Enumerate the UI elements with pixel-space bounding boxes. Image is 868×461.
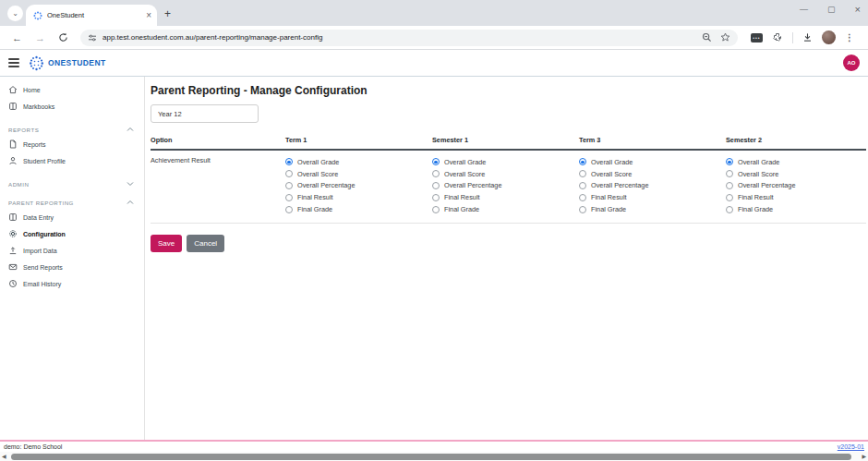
back-button[interactable]: ← xyxy=(12,32,22,43)
scroll-left-icon[interactable]: ◀ xyxy=(2,454,6,459)
sidebar-item-data-entry[interactable]: Data Entry xyxy=(0,209,144,225)
radio-option[interactable]: Overall Grade xyxy=(726,156,866,168)
sidebar: Home Markbooks REPORTS Reports Student P… xyxy=(0,77,145,440)
sidebar-item-student-profile[interactable]: Student Profile xyxy=(0,152,144,169)
horizontal-scrollbar[interactable]: ◀ ▶ xyxy=(0,452,868,461)
sidebar-section-admin[interactable]: ADMIN xyxy=(0,177,144,190)
radio-option-label: Final Grade xyxy=(444,205,479,213)
cancel-button[interactable]: Cancel xyxy=(187,235,224,252)
window-close-button[interactable]: × xyxy=(855,4,861,15)
reload-button[interactable] xyxy=(58,32,68,42)
radio-option[interactable]: Overall Percentage xyxy=(579,180,726,192)
user-avatar[interactable]: AO xyxy=(843,55,860,71)
save-button[interactable]: Save xyxy=(151,235,182,252)
sidebar-section-reports[interactable]: REPORTS xyxy=(0,123,144,136)
radio-unselected-icon[interactable] xyxy=(726,170,733,177)
gear-icon xyxy=(8,229,18,238)
book-icon xyxy=(8,212,18,222)
radio-unselected-icon[interactable] xyxy=(432,194,440,201)
radio-unselected-icon[interactable] xyxy=(432,182,440,189)
radio-selected-icon[interactable] xyxy=(726,158,733,165)
radio-option[interactable]: Final Grade xyxy=(726,203,866,215)
column-header: Semester 2 xyxy=(726,136,866,144)
radio-option[interactable]: Overall Score xyxy=(432,168,579,180)
menu-toggle-button[interactable] xyxy=(8,58,19,67)
zoom-icon[interactable] xyxy=(702,32,712,42)
sidebar-item-send-reports[interactable]: Send Reports xyxy=(0,259,144,275)
radio-unselected-icon[interactable] xyxy=(579,182,586,189)
browser-menu-icon[interactable]: ⋮ xyxy=(845,32,854,42)
radio-unselected-icon[interactable] xyxy=(579,194,586,201)
scrollbar-thumb[interactable] xyxy=(11,454,852,460)
radio-option[interactable]: Overall Score xyxy=(726,168,866,180)
radio-unselected-icon[interactable] xyxy=(726,206,733,213)
radio-option-label: Overall Percentage xyxy=(591,181,648,189)
radio-option-label: Final Result xyxy=(444,193,480,201)
radio-option[interactable]: Final Result xyxy=(726,191,866,203)
tab-close-icon[interactable]: × xyxy=(146,11,151,20)
sidebar-item-home[interactable]: Home xyxy=(0,81,144,98)
radio-option[interactable]: Final Grade xyxy=(432,203,579,215)
radio-unselected-icon[interactable] xyxy=(726,194,733,201)
radio-unselected-icon[interactable] xyxy=(726,182,733,189)
radio-selected-icon[interactable] xyxy=(285,158,293,165)
radio-option[interactable]: Final Result xyxy=(285,191,432,203)
radio-option[interactable]: Overall Percentage xyxy=(285,180,432,192)
window-minimize-button[interactable]: — xyxy=(800,5,808,14)
sidebar-item-email-history[interactable]: Email History xyxy=(0,275,144,292)
radio-option[interactable]: Overall Score xyxy=(285,168,432,180)
new-tab-button[interactable]: + xyxy=(164,7,171,20)
brand[interactable]: ONESTUDENT xyxy=(29,55,106,71)
window-maximize-button[interactable]: ▢ xyxy=(827,5,836,14)
radio-selected-icon[interactable] xyxy=(432,158,440,165)
radio-option[interactable]: Overall Grade xyxy=(432,156,579,168)
table-body-row: Achievement ResultOverall GradeOverall S… xyxy=(151,151,866,224)
pinned-extension-icon[interactable]: ••• xyxy=(751,33,763,42)
radio-option[interactable]: Overall Grade xyxy=(285,156,432,168)
radio-option[interactable]: Final Grade xyxy=(579,203,726,215)
radio-group: Overall GradeOverall ScoreOverall Percen… xyxy=(285,156,432,215)
downloads-icon[interactable] xyxy=(802,32,813,42)
tab-search-button[interactable]: ⌄ xyxy=(7,6,23,21)
radio-unselected-icon[interactable] xyxy=(579,206,586,213)
version-link[interactable]: v2025-01 xyxy=(838,443,864,450)
sidebar-section-parent-reporting[interactable]: PARENT REPORTING xyxy=(0,196,144,209)
address-bar[interactable]: app.test.onestudent.com.au/parent-report… xyxy=(80,30,738,46)
site-settings-icon[interactable] xyxy=(88,33,97,42)
radio-unselected-icon[interactable] xyxy=(285,170,293,177)
column-header: Semester 1 xyxy=(432,136,579,144)
toolbar-divider xyxy=(792,32,793,43)
forward-button[interactable]: → xyxy=(35,32,45,43)
app-header: ONESTUDENT AO xyxy=(0,50,868,77)
radio-option-label: Overall Percentage xyxy=(738,181,795,189)
extensions-puzzle-icon[interactable] xyxy=(772,32,783,43)
scroll-right-icon[interactable]: ▶ xyxy=(862,454,866,459)
radio-unselected-icon[interactable] xyxy=(285,206,293,213)
radio-option[interactable]: Overall Percentage xyxy=(432,180,579,192)
radio-unselected-icon[interactable] xyxy=(432,206,440,213)
radio-option-label: Overall Grade xyxy=(297,158,339,166)
radio-option[interactable]: Final Grade xyxy=(285,203,432,215)
radio-option[interactable]: Final Result xyxy=(579,191,726,203)
chevron-down-icon: ⌄ xyxy=(12,9,18,18)
scrollbar-track[interactable] xyxy=(9,454,860,460)
bookmark-star-icon[interactable] xyxy=(720,32,730,42)
radio-option[interactable]: Overall Grade xyxy=(579,156,726,168)
radio-unselected-icon[interactable] xyxy=(579,170,586,177)
radio-unselected-icon[interactable] xyxy=(432,170,440,177)
radio-unselected-icon[interactable] xyxy=(285,182,293,189)
browser-tab-strip: ⌄ OneStudent × + — ▢ × xyxy=(0,0,868,26)
radio-selected-icon[interactable] xyxy=(579,158,586,165)
browser-profile-avatar[interactable] xyxy=(822,30,836,44)
radio-unselected-icon[interactable] xyxy=(285,194,293,201)
year-level-input[interactable] xyxy=(151,104,259,123)
sidebar-item-import-data[interactable]: Import Data xyxy=(0,242,144,259)
document-icon xyxy=(8,140,18,149)
sidebar-item-reports[interactable]: Reports xyxy=(0,136,144,152)
sidebar-item-configuration[interactable]: Configuration xyxy=(0,225,144,242)
sidebar-item-markbooks[interactable]: Markbooks xyxy=(0,98,144,115)
radio-option[interactable]: Overall Percentage xyxy=(726,180,866,192)
browser-tab[interactable]: OneStudent × xyxy=(26,5,157,26)
radio-option[interactable]: Final Result xyxy=(432,191,579,203)
radio-option[interactable]: Overall Score xyxy=(579,168,726,180)
